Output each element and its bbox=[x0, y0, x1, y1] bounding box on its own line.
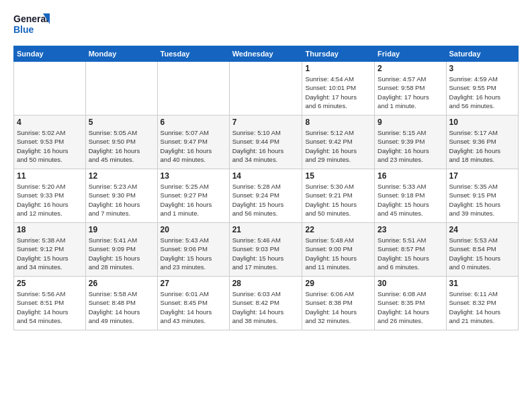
day-number: 26 bbox=[89, 279, 154, 288]
calendar-cell: 9Sunrise: 5:15 AM Sunset: 9:39 PM Daylig… bbox=[375, 116, 446, 169]
calendar-cell: 30Sunrise: 6:08 AM Sunset: 8:35 PM Dayli… bbox=[375, 277, 446, 330]
calendar-cell: 6Sunrise: 5:07 AM Sunset: 9:47 PM Daylig… bbox=[157, 116, 229, 169]
calendar-cell: 5Sunrise: 5:05 AM Sunset: 9:50 PM Daylig… bbox=[85, 116, 157, 169]
calendar-cell bbox=[14, 62, 86, 116]
day-info: Sunrise: 5:28 AM Sunset: 9:24 PM Dayligh… bbox=[232, 182, 300, 218]
calendar-cell: 17Sunrise: 5:35 AM Sunset: 9:15 PM Dayli… bbox=[446, 169, 518, 223]
day-number: 23 bbox=[378, 225, 443, 234]
calendar-cell: 14Sunrise: 5:28 AM Sunset: 9:24 PM Dayli… bbox=[229, 169, 302, 223]
calendar-cell: 22Sunrise: 5:48 AM Sunset: 9:00 PM Dayli… bbox=[302, 223, 375, 277]
calendar-cell: 13Sunrise: 5:25 AM Sunset: 9:27 PM Dayli… bbox=[157, 169, 229, 223]
calendar-cell: 19Sunrise: 5:41 AM Sunset: 9:09 PM Dayli… bbox=[85, 223, 157, 277]
calendar-cell: 28Sunrise: 6:03 AM Sunset: 8:42 PM Dayli… bbox=[229, 277, 302, 330]
day-info: Sunrise: 5:38 AM Sunset: 9:12 PM Dayligh… bbox=[17, 236, 83, 271]
weekday-header: Saturday bbox=[446, 46, 518, 62]
calendar-cell bbox=[157, 62, 229, 116]
calendar-cell: 12Sunrise: 5:23 AM Sunset: 9:30 PM Dayli… bbox=[85, 169, 157, 223]
day-info: Sunrise: 5:30 AM Sunset: 9:21 PM Dayligh… bbox=[305, 182, 371, 218]
day-info: Sunrise: 5:58 AM Sunset: 8:48 PM Dayligh… bbox=[89, 289, 154, 325]
day-info: Sunrise: 5:46 AM Sunset: 9:03 PM Dayligh… bbox=[232, 236, 300, 271]
calendar-cell: 25Sunrise: 5:56 AM Sunset: 8:51 PM Dayli… bbox=[14, 277, 86, 330]
day-number: 5 bbox=[89, 118, 154, 127]
weekday-header: Friday bbox=[375, 46, 446, 62]
day-number: 22 bbox=[305, 225, 371, 234]
calendar-cell: 21Sunrise: 5:46 AM Sunset: 9:03 PM Dayli… bbox=[229, 223, 302, 277]
day-info: Sunrise: 5:51 AM Sunset: 8:57 PM Dayligh… bbox=[378, 236, 443, 271]
day-info: Sunrise: 6:11 AM Sunset: 8:32 PM Dayligh… bbox=[449, 289, 515, 325]
calendar-cell bbox=[85, 62, 157, 116]
calendar-cell bbox=[229, 62, 302, 116]
day-info: Sunrise: 5:10 AM Sunset: 9:44 PM Dayligh… bbox=[232, 128, 300, 164]
day-number: 8 bbox=[305, 118, 371, 127]
day-info: Sunrise: 5:12 AM Sunset: 9:42 PM Dayligh… bbox=[305, 128, 371, 164]
calendar-week-row: 1Sunrise: 4:54 AM Sunset: 10:01 PM Dayli… bbox=[14, 62, 519, 116]
day-number: 28 bbox=[232, 279, 300, 288]
day-info: Sunrise: 5:56 AM Sunset: 8:51 PM Dayligh… bbox=[17, 289, 83, 325]
weekday-header: Monday bbox=[85, 46, 157, 62]
calendar-week-row: 25Sunrise: 5:56 AM Sunset: 8:51 PM Dayli… bbox=[14, 277, 519, 330]
day-info: Sunrise: 5:20 AM Sunset: 9:33 PM Dayligh… bbox=[17, 182, 83, 218]
logo: GeneralBlue bbox=[13, 11, 50, 39]
day-number: 21 bbox=[232, 225, 300, 234]
day-info: Sunrise: 5:07 AM Sunset: 9:47 PM Dayligh… bbox=[161, 128, 226, 164]
weekday-header: Sunday bbox=[14, 46, 86, 62]
calendar-cell: 4Sunrise: 5:02 AM Sunset: 9:53 PM Daylig… bbox=[14, 116, 86, 169]
day-number: 4 bbox=[17, 118, 83, 127]
calendar-cell: 31Sunrise: 6:11 AM Sunset: 8:32 PM Dayli… bbox=[446, 277, 518, 330]
day-number: 31 bbox=[449, 279, 515, 288]
day-number: 29 bbox=[305, 279, 371, 288]
calendar-cell: 3Sunrise: 4:59 AM Sunset: 9:55 PM Daylig… bbox=[446, 62, 518, 116]
day-number: 14 bbox=[232, 171, 300, 181]
calendar-cell: 23Sunrise: 5:51 AM Sunset: 8:57 PM Dayli… bbox=[375, 223, 446, 277]
day-number: 11 bbox=[17, 171, 83, 181]
day-number: 6 bbox=[161, 118, 226, 127]
calendar-cell: 18Sunrise: 5:38 AM Sunset: 9:12 PM Dayli… bbox=[14, 223, 86, 277]
weekday-header: Wednesday bbox=[229, 46, 302, 62]
day-number: 12 bbox=[89, 171, 154, 181]
day-number: 25 bbox=[17, 279, 83, 288]
calendar-cell: 7Sunrise: 5:10 AM Sunset: 9:44 PM Daylig… bbox=[229, 116, 302, 169]
day-number: 20 bbox=[161, 225, 226, 234]
day-info: Sunrise: 5:35 AM Sunset: 9:15 PM Dayligh… bbox=[449, 182, 515, 218]
day-number: 16 bbox=[378, 171, 443, 181]
day-number: 24 bbox=[449, 225, 515, 234]
calendar-table: SundayMondayTuesdayWednesdayThursdayFrid… bbox=[13, 46, 519, 330]
svg-text:Blue: Blue bbox=[13, 24, 34, 35]
header: GeneralBlue bbox=[13, 11, 519, 39]
calendar-cell: 27Sunrise: 6:01 AM Sunset: 8:45 PM Dayli… bbox=[157, 277, 229, 330]
day-info: Sunrise: 6:08 AM Sunset: 8:35 PM Dayligh… bbox=[378, 289, 443, 325]
day-number: 27 bbox=[161, 279, 226, 288]
day-info: Sunrise: 5:23 AM Sunset: 9:30 PM Dayligh… bbox=[89, 182, 154, 218]
day-number: 19 bbox=[89, 225, 154, 234]
day-info: Sunrise: 5:33 AM Sunset: 9:18 PM Dayligh… bbox=[378, 182, 443, 218]
day-info: Sunrise: 5:53 AM Sunset: 8:54 PM Dayligh… bbox=[449, 236, 515, 271]
page: GeneralBlue SundayMondayTuesdayWednesday… bbox=[0, 0, 532, 337]
day-info: Sunrise: 6:01 AM Sunset: 8:45 PM Dayligh… bbox=[161, 289, 226, 325]
calendar-cell: 8Sunrise: 5:12 AM Sunset: 9:42 PM Daylig… bbox=[302, 116, 375, 169]
day-number: 15 bbox=[305, 171, 371, 181]
day-info: Sunrise: 5:02 AM Sunset: 9:53 PM Dayligh… bbox=[17, 128, 83, 164]
day-info: Sunrise: 5:15 AM Sunset: 9:39 PM Dayligh… bbox=[378, 128, 443, 164]
day-info: Sunrise: 5:05 AM Sunset: 9:50 PM Dayligh… bbox=[89, 128, 154, 164]
calendar-cell: 16Sunrise: 5:33 AM Sunset: 9:18 PM Dayli… bbox=[375, 169, 446, 223]
day-info: Sunrise: 5:17 AM Sunset: 9:36 PM Dayligh… bbox=[449, 128, 515, 164]
weekday-header: Tuesday bbox=[157, 46, 229, 62]
svg-text:General: General bbox=[13, 13, 48, 24]
day-number: 1 bbox=[305, 64, 371, 73]
calendar-week-row: 11Sunrise: 5:20 AM Sunset: 9:33 PM Dayli… bbox=[14, 169, 519, 223]
day-number: 30 bbox=[378, 279, 443, 288]
day-info: Sunrise: 4:54 AM Sunset: 10:01 PM Daylig… bbox=[305, 75, 371, 110]
weekday-header: Thursday bbox=[302, 46, 375, 62]
day-info: Sunrise: 5:43 AM Sunset: 9:06 PM Dayligh… bbox=[161, 236, 226, 271]
day-number: 13 bbox=[161, 171, 226, 181]
day-info: Sunrise: 5:25 AM Sunset: 9:27 PM Dayligh… bbox=[161, 182, 226, 218]
day-number: 7 bbox=[232, 118, 300, 127]
day-number: 2 bbox=[378, 64, 443, 73]
day-info: Sunrise: 5:48 AM Sunset: 9:00 PM Dayligh… bbox=[305, 236, 371, 271]
calendar-cell: 2Sunrise: 4:57 AM Sunset: 9:58 PM Daylig… bbox=[375, 62, 446, 116]
day-info: Sunrise: 4:59 AM Sunset: 9:55 PM Dayligh… bbox=[449, 75, 515, 110]
day-number: 10 bbox=[449, 118, 515, 127]
day-number: 3 bbox=[449, 64, 515, 73]
calendar-cell: 10Sunrise: 5:17 AM Sunset: 9:36 PM Dayli… bbox=[446, 116, 518, 169]
day-info: Sunrise: 6:03 AM Sunset: 8:42 PM Dayligh… bbox=[232, 289, 300, 325]
